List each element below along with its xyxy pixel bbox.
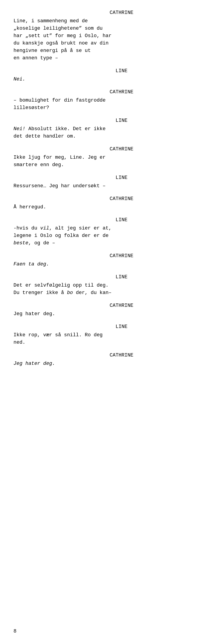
dialogue-text: -hvis du vil, alt jeg sier er at, legene… <box>14 224 202 247</box>
character-name: CATHRINE <box>41 146 202 153</box>
character-name: CATHRINE <box>41 302 202 309</box>
character-name: CATHRINE <box>41 9 202 16</box>
dialogue-block-11: CATHRINE Jeg hater deg. <box>14 302 202 318</box>
character-name: LINE <box>41 323 202 330</box>
dialogue-text: Ressursene… Jeg har undersøkt – <box>14 182 202 190</box>
dialogue-text: Ikke rop, vær så snill. Ro deg ned. <box>14 331 202 346</box>
dialogue-text: Faen ta deg. <box>14 260 202 268</box>
dialogue-text: Jeg hater deg. <box>14 310 202 318</box>
dialogue-block-10: LINE Det er selvfølgelig opp til deg. Du… <box>14 273 202 296</box>
character-name: LINE <box>41 216 202 224</box>
dialogue-block-1: CATHRINE Line, i sammenheng med de „kose… <box>14 9 202 62</box>
character-name: LINE <box>41 174 202 182</box>
dialogue-block-9: CATHRINE Faen ta deg. <box>14 252 202 268</box>
dialogue-block-7: CATHRINE Å herregud. <box>14 195 202 211</box>
dialogue-block-6: LINE Ressursene… Jeg har undersøkt – <box>14 174 202 190</box>
character-name: LINE <box>41 273 202 281</box>
dialogue-text: Det er selvfølgelig opp til deg. Du tren… <box>14 282 202 296</box>
dialogue-block-3: CATHRINE – bomulighet for din fastgrodde… <box>14 88 202 112</box>
character-name: CATHRINE <box>41 195 202 202</box>
dialogue-text: Nei. <box>14 76 202 83</box>
dialogue-block-5: CATHRINE Ikke ljug for meg, Line. Jeg er… <box>14 146 202 168</box>
character-name: CATHRINE <box>41 352 202 359</box>
dialogue-block-8: LINE -hvis du vil, alt jeg sier er at, l… <box>14 216 202 247</box>
dialogue-text: – bomulighet for din fastgrodde lillesøs… <box>14 97 202 112</box>
dialogue-text: Å herregud. <box>14 204 202 211</box>
dialogue-text: Line, i sammenheng med de „koselige leil… <box>14 17 202 62</box>
dialogue-block-13: CATHRINE Jeg hater deg. <box>14 352 202 367</box>
page-number: 8 <box>14 628 17 635</box>
dialogue-block-4: LINE Nei! Absolutt ikke. Det er ikke det… <box>14 117 202 140</box>
dialogue-block-12: LINE Ikke rop, vær så snill. Ro deg ned. <box>14 323 202 346</box>
character-name: LINE <box>41 67 202 75</box>
dialogue-text: Ikke ljug for meg, Line. Jeg er smartere… <box>14 154 202 168</box>
dialogue-block-2: LINE Nei. <box>14 67 202 83</box>
dialogue-text: Nei! Absolutt ikke. Det er ikke det dett… <box>14 125 202 140</box>
dialogue-text: Jeg hater deg. <box>14 360 202 367</box>
character-name: LINE <box>41 117 202 124</box>
character-name: CATHRINE <box>41 88 202 96</box>
character-name: CATHRINE <box>41 252 202 260</box>
script-page: CATHRINE Line, i sammenheng med de „kose… <box>14 9 202 367</box>
